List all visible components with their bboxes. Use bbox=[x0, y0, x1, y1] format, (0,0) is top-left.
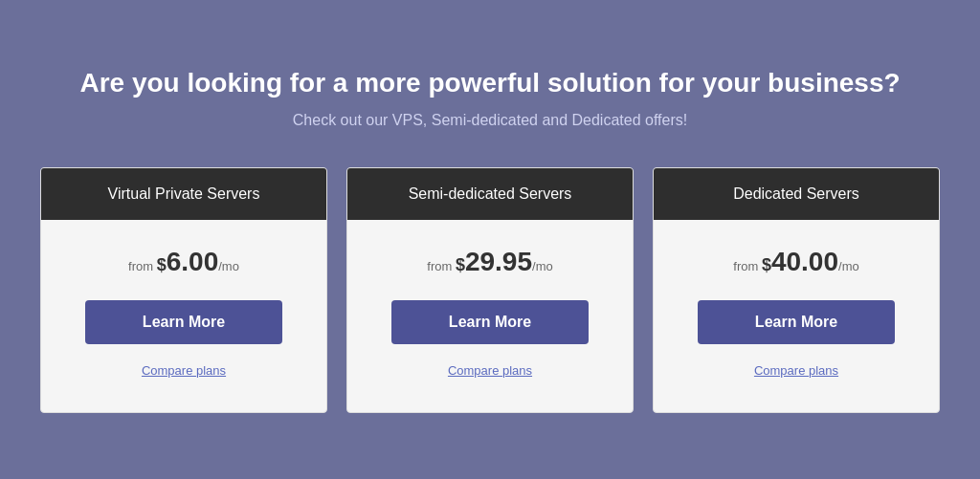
price-display-dedicated: from $40.00/mo bbox=[733, 247, 858, 277]
compare-plans-link-dedicated[interactable]: Compare plans bbox=[754, 363, 838, 393]
learn-more-button-semi-dedicated[interactable]: Learn More bbox=[391, 300, 589, 344]
main-heading: Are you looking for a more powerful solu… bbox=[79, 66, 900, 100]
currency-dedicated: $ bbox=[762, 255, 771, 274]
price-amount-semi-dedicated: 29.95 bbox=[465, 247, 532, 276]
card-header-semi-dedicated: Semi-dedicated Servers bbox=[347, 168, 633, 220]
card-title-semi-dedicated: Semi-dedicated Servers bbox=[409, 185, 572, 202]
card-dedicated: Dedicated Servers from $40.00/mo Learn M… bbox=[653, 167, 940, 413]
card-header-vps: Virtual Private Servers bbox=[41, 168, 326, 220]
card-header-dedicated: Dedicated Servers bbox=[654, 168, 939, 220]
cards-container: Virtual Private Servers from $6.00/mo Le… bbox=[19, 167, 961, 413]
compare-plans-link-semi-dedicated[interactable]: Compare plans bbox=[448, 363, 532, 393]
header-section: Are you looking for a more powerful solu… bbox=[79, 66, 900, 129]
price-amount-dedicated: 40.00 bbox=[771, 247, 838, 276]
price-display-vps: from $6.00/mo bbox=[128, 247, 239, 277]
price-amount-vps: 6.00 bbox=[167, 247, 219, 276]
currency-vps: $ bbox=[157, 255, 167, 274]
sub-heading: Check out our VPS, Semi-dedicated and De… bbox=[79, 112, 900, 129]
compare-plans-link-vps[interactable]: Compare plans bbox=[142, 363, 226, 393]
learn-more-button-vps[interactable]: Learn More bbox=[85, 300, 282, 344]
card-body-semi-dedicated: from $29.95/mo Learn More Compare plans bbox=[347, 220, 633, 412]
card-vps: Virtual Private Servers from $6.00/mo Le… bbox=[40, 167, 327, 413]
period-semi-dedicated: /mo bbox=[532, 259, 553, 273]
learn-more-button-dedicated[interactable]: Learn More bbox=[698, 300, 895, 344]
currency-semi-dedicated: $ bbox=[456, 255, 465, 274]
card-body-dedicated: from $40.00/mo Learn More Compare plans bbox=[654, 220, 939, 412]
period-vps: /mo bbox=[218, 259, 239, 273]
from-label-semi-dedicated: from bbox=[427, 259, 456, 273]
from-label-dedicated: from bbox=[733, 259, 762, 273]
card-title-vps: Virtual Private Servers bbox=[108, 185, 260, 202]
from-label-vps: from bbox=[128, 259, 157, 273]
card-semi-dedicated: Semi-dedicated Servers from $29.95/mo Le… bbox=[346, 167, 634, 413]
card-title-dedicated: Dedicated Servers bbox=[733, 185, 859, 202]
period-dedicated: /mo bbox=[838, 259, 859, 273]
card-body-vps: from $6.00/mo Learn More Compare plans bbox=[41, 220, 326, 412]
price-display-semi-dedicated: from $29.95/mo bbox=[427, 247, 552, 277]
